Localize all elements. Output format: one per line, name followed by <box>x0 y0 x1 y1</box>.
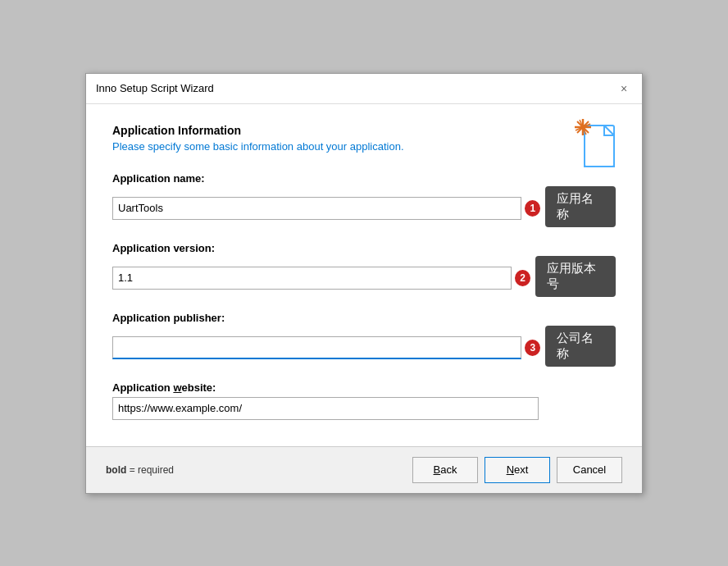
app-website-row <box>112 397 616 420</box>
next-button[interactable]: Next <box>485 457 550 483</box>
app-name-label: Application name: <box>112 172 616 185</box>
field-group-app-website: Application website: <box>112 381 616 420</box>
cancel-button[interactable]: Cancel <box>557 457 622 483</box>
app-publisher-input[interactable] <box>112 336 521 359</box>
tooltip-text-1: 应用名称 <box>545 186 616 227</box>
tooltip-badge-3: 3 <box>525 340 540 356</box>
tooltip-badge-1: 1 <box>525 200 540 217</box>
app-version-label: Application version: <box>112 242 616 254</box>
footer-buttons: Back Next Cancel <box>412 457 622 483</box>
hint-bold: bold <box>106 464 126 476</box>
footer-hint: bold = required <box>106 464 174 476</box>
title-bar: Inno Setup Script Wizard × <box>86 74 642 104</box>
section-description: Please specify some basic information ab… <box>112 140 616 153</box>
app-publisher-row: 3 公司名称 <box>112 327 616 368</box>
wizard-icon <box>573 117 622 167</box>
window-title: Inno Setup Script Wizard <box>96 82 214 94</box>
hint-eq: = <box>126 464 138 476</box>
tooltip-text-3: 公司名称 <box>545 326 616 367</box>
app-website-label: Application website: <box>112 381 616 394</box>
app-name-row: 1 应用名称 <box>112 188 616 229</box>
section-title: Application Information <box>112 124 616 137</box>
content-area: Application Information Please specify s… <box>86 104 642 446</box>
cancel-label: Cancel <box>573 463 606 476</box>
app-version-input[interactable] <box>112 267 512 290</box>
tooltip-badge-2: 2 <box>515 270 530 286</box>
app-version-row: 2 应用版本号 <box>112 258 616 299</box>
wizard-window: Inno Setup Script Wizard × <box>85 73 643 494</box>
field-group-app-version: Application version: 2 应用版本号 <box>112 242 616 299</box>
app-name-input[interactable] <box>112 197 521 220</box>
footer: bold = required Back Next Cancel <box>86 446 642 493</box>
tooltip-text-2: 应用版本号 <box>535 256 616 297</box>
app-publisher-label: Application publisher: <box>112 312 616 324</box>
field-group-app-publisher: Application publisher: 3 公司名称 <box>112 312 616 368</box>
app-website-input[interactable] <box>112 397 539 420</box>
hint-text: required <box>138 464 174 476</box>
back-button[interactable]: Back <box>412 457 478 483</box>
svg-marker-1 <box>585 126 614 167</box>
close-button[interactable]: × <box>616 80 632 97</box>
field-group-app-name: Application name: 1 应用名称 <box>112 172 616 229</box>
